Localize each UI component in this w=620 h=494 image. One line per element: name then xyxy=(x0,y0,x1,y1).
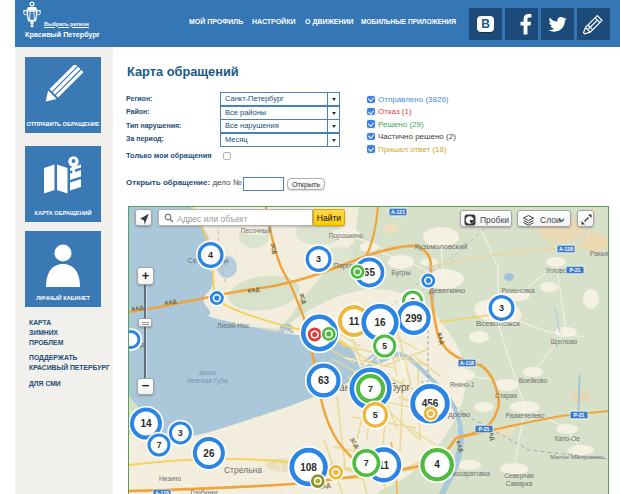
svg-text:Янино-1: Янино-1 xyxy=(450,381,475,388)
svg-text:Стрельна: Стрельна xyxy=(224,465,262,475)
svg-text:А-121: А-121 xyxy=(391,209,405,215)
svg-text:Щеглово: Щеглово xyxy=(551,338,578,346)
svg-text:А-118: А-118 xyxy=(460,360,474,366)
svg-text:Разметелево: Разметелево xyxy=(505,412,545,419)
svg-text:оз. Ла: оз. Ла xyxy=(279,328,293,334)
svg-text:Бугры: Бугры xyxy=(391,269,410,277)
svg-text:Р-21: Р-21 xyxy=(574,412,585,418)
svg-text:5: 5 xyxy=(382,341,387,351)
svg-text:4: 4 xyxy=(208,250,213,260)
svg-text:63: 63 xyxy=(318,375,330,386)
svg-text:7: 7 xyxy=(157,440,162,450)
svg-text:Старая: Старая xyxy=(495,392,517,400)
svg-text:7: 7 xyxy=(364,458,369,468)
svg-text:Невская Губа: Невская Губа xyxy=(187,377,228,385)
svg-text:Низино: Низино xyxy=(159,475,182,482)
svg-text:Самарка: Самарка xyxy=(506,480,533,488)
svg-text:Девяткино: Девяткино xyxy=(429,286,465,295)
svg-text:Горбунки: Горбунки xyxy=(190,489,218,494)
svg-text:Порошкино: Порошкино xyxy=(329,232,364,240)
svg-text:Песочный: Песочный xyxy=(241,227,272,234)
svg-text:3: 3 xyxy=(316,254,321,264)
svg-text:5: 5 xyxy=(373,410,378,420)
svg-text:Р-21: Р-21 xyxy=(570,267,581,273)
svg-text:11: 11 xyxy=(349,316,360,327)
svg-text:Кузьмоловский: Кузьмоловский xyxy=(415,242,468,251)
svg-text:3: 3 xyxy=(499,303,504,313)
svg-text:Романовка: Романовка xyxy=(501,287,534,294)
svg-text:Хапо-Ое: Хапо-Ое xyxy=(554,435,580,442)
svg-text:Малое Манушкино: Малое Манушкино xyxy=(550,453,605,460)
svg-text:299: 299 xyxy=(405,313,422,324)
svg-text:А-118: А-118 xyxy=(155,490,169,494)
svg-text:26: 26 xyxy=(203,448,215,459)
svg-text:108: 108 xyxy=(300,462,317,473)
svg-text:Р-21: Р-21 xyxy=(479,426,490,432)
svg-text:Лисий Нос: Лисий Нос xyxy=(217,322,250,329)
svg-text:14: 14 xyxy=(140,418,152,429)
svg-text:залив: залив xyxy=(197,369,216,376)
svg-text:16: 16 xyxy=(374,317,386,328)
svg-text:3: 3 xyxy=(178,428,183,438)
svg-text:7: 7 xyxy=(368,384,373,394)
svg-text:Северная: Северная xyxy=(504,472,534,480)
svg-text:А-128: А-128 xyxy=(559,246,573,252)
svg-text:Углово: Углово xyxy=(546,267,567,274)
svg-text:Рахья: Рахья xyxy=(590,250,608,257)
svg-text:4: 4 xyxy=(434,459,440,470)
svg-text:Воейково: Воейково xyxy=(519,377,548,384)
